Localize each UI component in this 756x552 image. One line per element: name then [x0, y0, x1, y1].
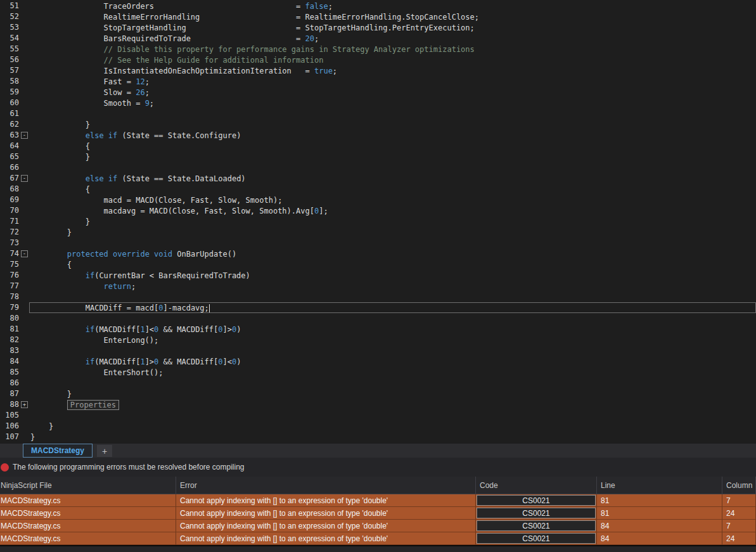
code-text: {	[29, 184, 756, 195]
code-line-71[interactable]: 71 }	[0, 216, 756, 227]
code-line-65[interactable]: 65 }	[0, 151, 756, 162]
code-text: }	[29, 216, 756, 227]
error-row[interactable]: MACDStrategy.csCannot apply indexing wit…	[0, 507, 756, 520]
code-line-78[interactable]: 78	[0, 292, 756, 302]
fold-gutter	[19, 141, 29, 151]
code-text: if(MACDDiff[1]<0 && MACDDiff[0]>0)	[29, 324, 756, 335]
code-line-106[interactable]: 106 }	[0, 421, 756, 432]
line-number: 87	[0, 388, 19, 399]
code-line-81[interactable]: 81 if(MACDDiff[1]<0 && MACDDiff[0]>0)	[0, 324, 756, 335]
code-text: EnterLong();	[29, 335, 756, 345]
code-text	[29, 292, 756, 302]
code-line-64[interactable]: 64 {	[0, 141, 756, 151]
column-header-line[interactable]: Line	[597, 477, 722, 494]
code-text: if(CurrentBar < BarsRequiredToTrade)	[29, 270, 756, 281]
fold-collapse-icon[interactable]: -	[21, 250, 28, 257]
code-text: }	[29, 421, 756, 432]
code-line-79[interactable]: 79 MACDDiff = macd[0]-macdavg;	[0, 302, 756, 313]
code-line-77[interactable]: 77 return;	[0, 281, 756, 292]
code-line-72[interactable]: 72 }	[0, 227, 756, 238]
fold-gutter	[19, 33, 29, 44]
error-row[interactable]: MACDStrategy.csCannot apply indexing wit…	[0, 494, 756, 507]
code-line-60[interactable]: 60 Smooth = 9;	[0, 98, 756, 108]
fold-gutter	[19, 410, 29, 421]
error-code-badge: CS0021	[477, 533, 596, 544]
code-line-56[interactable]: 56 // See the Help Guide for additional …	[0, 55, 756, 65]
error-row[interactable]: MACDStrategy.csCannot apply indexing wit…	[0, 520, 756, 532]
code-line-53[interactable]: 53 StopTargetHandling = StopTargetHandli…	[0, 22, 756, 33]
fold-gutter	[19, 216, 29, 227]
line-number: 75	[0, 259, 19, 270]
code-line-67[interactable]: 67- else if (State == State.DataLoaded)	[0, 173, 756, 184]
column-header-code[interactable]: Code	[476, 477, 597, 494]
code-line-69[interactable]: 69 macd = MACD(Close, Fast, Slow, Smooth…	[0, 195, 756, 205]
code-text: macd = MACD(Close, Fast, Slow, Smooth);	[29, 195, 756, 205]
fold-collapse-icon[interactable]: -	[21, 175, 28, 182]
code-line-76[interactable]: 76 if(CurrentBar < BarsRequiredToTrade)	[0, 270, 756, 281]
code-line-80[interactable]: 80	[0, 313, 756, 324]
file-cell: MACDStrategy.cs	[0, 520, 176, 532]
fold-gutter	[19, 119, 29, 130]
error-code-badge: CS0021	[477, 520, 596, 531]
error-row[interactable]: MACDStrategy.csCannot apply indexing wit…	[0, 532, 756, 545]
fold-collapse-icon[interactable]: -	[21, 132, 28, 139]
code-line-63[interactable]: 63- else if (State == State.Configure)	[0, 130, 756, 141]
code-text	[29, 410, 756, 421]
code-line-82[interactable]: 82 EnterLong();	[0, 335, 756, 345]
text-cursor	[209, 304, 210, 312]
code-line-86[interactable]: 86	[0, 378, 756, 388]
code-line-61[interactable]: 61	[0, 108, 756, 119]
code-line-59[interactable]: 59 Slow = 26;	[0, 87, 756, 98]
code-line-87[interactable]: 87 }	[0, 388, 756, 399]
code-line-54[interactable]: 54 BarsRequiredToTrade = 20;	[0, 33, 756, 44]
column-header-column[interactable]: Column	[722, 477, 756, 494]
fold-gutter	[19, 270, 29, 281]
code-line-107[interactable]: 107}	[0, 432, 756, 442]
line-number: 88	[0, 399, 19, 410]
code-editor[interactable]: 51 TraceOrders = false;52 RealtimeErrorH…	[0, 0, 756, 444]
line-number: 84	[0, 356, 19, 367]
line-number: 52	[0, 11, 19, 22]
error-table: NinjaScript FileErrorCodeLineColumn MACD…	[0, 477, 756, 545]
line-number: 63	[0, 130, 19, 141]
new-tab-button[interactable]: +	[97, 445, 112, 457]
fold-gutter	[19, 205, 29, 216]
column-header-error[interactable]: Error	[176, 477, 476, 494]
code-line-57[interactable]: 57 IsInstantiatedOnEachOptimizationItera…	[0, 65, 756, 76]
code-line-84[interactable]: 84 if(MACDDiff[1]>0 && MACDDiff[0]<0)	[0, 356, 756, 367]
tab-macdstrategy[interactable]: MACDStrategy	[23, 444, 93, 458]
code-line-58[interactable]: 58 Fast = 12;	[0, 76, 756, 87]
code-line-66[interactable]: 66	[0, 162, 756, 173]
column-header-ninjascript-file[interactable]: NinjaScript File	[0, 477, 176, 494]
code-text: {	[29, 141, 756, 151]
code-line-74[interactable]: 74- protected override void OnBarUpdate(…	[0, 248, 756, 259]
code-line-83[interactable]: 83	[0, 345, 756, 356]
collapsed-region-label[interactable]: Properties	[67, 400, 119, 410]
code-line-55[interactable]: 55 // Disable this property for performa…	[0, 44, 756, 55]
fold-gutter	[19, 313, 29, 324]
code-line-51[interactable]: 51 TraceOrders = false;	[0, 1, 756, 11]
code-line-85[interactable]: 85 EnterShort();	[0, 367, 756, 378]
line-number: 62	[0, 119, 19, 130]
error-cell: Cannot apply indexing with [] to an expr…	[176, 520, 476, 532]
code-line-70[interactable]: 70 macdavg = MACD(Close, Fast, Slow, Smo…	[0, 205, 756, 216]
code-text: // See the Help Guide for additional inf…	[29, 55, 756, 65]
code-line-62[interactable]: 62 }	[0, 119, 756, 130]
line-number: 70	[0, 205, 19, 216]
code-line-88[interactable]: 88+ Properties	[0, 399, 756, 410]
file-cell: MACDStrategy.cs	[0, 494, 176, 507]
line-number: 83	[0, 345, 19, 356]
fold-gutter	[19, 65, 29, 76]
code-line-75[interactable]: 75 {	[0, 259, 756, 270]
code-text	[29, 378, 756, 388]
code-line-105[interactable]: 105	[0, 410, 756, 421]
code-line-52[interactable]: 52 RealtimeErrorHandling = RealtimeError…	[0, 11, 756, 22]
fold-expand-icon[interactable]: +	[21, 401, 28, 408]
line-number: 60	[0, 98, 19, 108]
fold-gutter	[19, 98, 29, 108]
fold-gutter: +	[19, 399, 29, 410]
line-number: 72	[0, 227, 19, 238]
code-line-73[interactable]: 73	[0, 238, 756, 248]
fold-gutter	[19, 324, 29, 335]
code-line-68[interactable]: 68 {	[0, 184, 756, 195]
